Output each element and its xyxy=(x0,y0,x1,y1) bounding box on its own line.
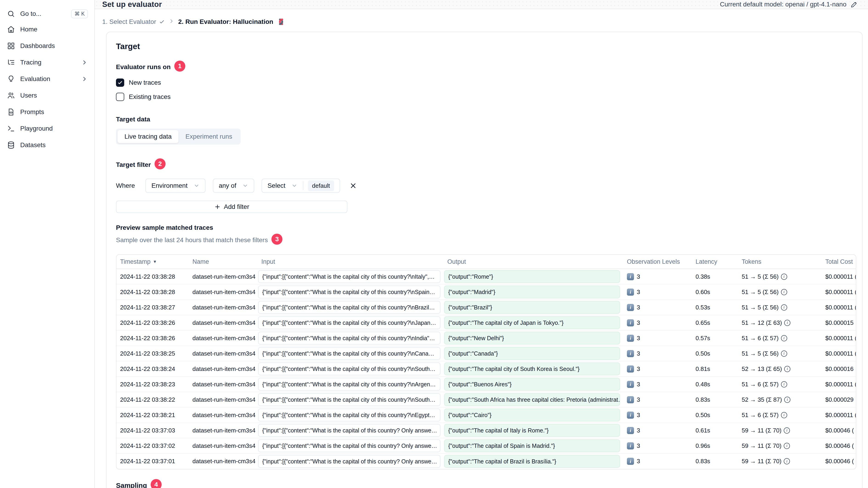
home-icon xyxy=(7,25,15,34)
filter-column-select[interactable]: Environment xyxy=(145,178,205,193)
sidebar-item-dashboards[interactable]: Dashboards xyxy=(4,38,90,54)
token-info-icon[interactable]: i xyxy=(781,304,787,311)
token-info-icon[interactable]: i xyxy=(784,320,790,326)
checkbox-new-traces[interactable]: New traces xyxy=(116,78,856,87)
trace-output-cell[interactable]: {"output":"New Delhi"} xyxy=(444,332,620,345)
token-info-icon[interactable]: i xyxy=(784,427,790,433)
trace-input-cell[interactable]: {"input":[{"content":"What is the capita… xyxy=(258,362,440,375)
trace-input-cell[interactable]: {"input":[{"content":"What is the capita… xyxy=(258,270,440,283)
trace-output-cell[interactable]: {"output":"Rome"} xyxy=(444,270,620,283)
table-row[interactable]: 2024-11-22 03:38:28 dataset-run-item-cm3… xyxy=(117,269,856,284)
trace-input-cell[interactable]: {"input":[{"content":"What is the capita… xyxy=(258,455,440,468)
column-header-name[interactable]: Name xyxy=(189,258,258,265)
token-info-icon[interactable]: i xyxy=(784,397,790,403)
column-header-observation-levels[interactable]: Observation Levels xyxy=(623,258,691,265)
table-row[interactable]: 2024-11-22 03:37:03 dataset-run-item-cm3… xyxy=(117,423,856,438)
sidebar-item-home[interactable]: Home xyxy=(4,21,90,38)
target-data-tabs: Live tracing data Experiment runs xyxy=(116,129,241,144)
checkbox[interactable] xyxy=(116,78,124,87)
trace-input-cell[interactable]: {"input":[{"content":"What is the capita… xyxy=(258,393,440,406)
add-filter-button[interactable]: Add filter xyxy=(116,201,347,213)
token-info-icon[interactable]: i xyxy=(784,443,790,449)
trace-timestamp: 2024-11-22 03:37:02 xyxy=(117,442,189,449)
table-row[interactable]: 2024-11-22 03:38:25 dataset-run-item-cm3… xyxy=(117,346,856,361)
token-info-icon[interactable]: i xyxy=(784,458,790,464)
info-emoji-icon: i xyxy=(627,427,634,434)
trace-cost: $0.000011 ( xyxy=(822,289,856,296)
target-filter-label: Target filter 2 xyxy=(116,159,856,170)
column-header-input[interactable]: Input xyxy=(258,258,444,265)
token-info-icon[interactable]: i xyxy=(784,366,790,372)
sidebar-item-prompts[interactable]: Prompts xyxy=(4,104,90,120)
trace-input-cell[interactable]: {"input":[{"content":"What is the capita… xyxy=(258,316,440,329)
trace-latency: 0.61s xyxy=(691,427,739,434)
trace-input-cell[interactable]: {"input":[{"content":"What is the capita… xyxy=(258,424,440,437)
trace-output-cell[interactable]: {"output":"Canada"} xyxy=(444,347,620,360)
table-row[interactable]: 2024-11-22 03:38:28 dataset-run-item-cm3… xyxy=(117,284,856,300)
token-info-icon[interactable]: i xyxy=(781,412,787,418)
table-row[interactable]: 2024-11-22 03:37:01 dataset-run-item-cm3… xyxy=(117,454,856,469)
filter-value-select[interactable]: Select default xyxy=(261,178,340,193)
sidebar-item-evaluation[interactable]: Evaluation xyxy=(4,71,90,87)
trace-input-cell[interactable]: {"input":[{"content":"What is the capita… xyxy=(258,440,440,452)
trace-output-cell[interactable]: {"output":"Madrid"} xyxy=(444,286,620,298)
trace-output-cell[interactable]: {"output":"The capital city of South Kor… xyxy=(444,362,620,375)
trace-output-cell[interactable]: {"output":"The capital of Italy is Rome.… xyxy=(444,424,620,437)
trace-input-cell[interactable]: {"input":[{"content":"What is the capita… xyxy=(258,378,440,391)
token-info-icon[interactable]: i xyxy=(781,273,787,280)
table-row[interactable]: 2024-11-22 03:37:02 dataset-run-item-cm3… xyxy=(117,438,856,454)
filter-operator-select[interactable]: any of xyxy=(213,178,254,193)
sidebar-nav: Home Dashboards Tracing xyxy=(4,21,90,153)
trace-output-cell[interactable]: {"output":"South Africa has three capita… xyxy=(444,393,620,406)
column-header-timestamp[interactable]: Timestamp ▼ xyxy=(117,258,189,265)
table-row[interactable]: 2024-11-22 03:38:26 dataset-run-item-cm3… xyxy=(117,330,856,346)
table-row[interactable]: 2024-11-22 03:38:23 dataset-run-item-cm3… xyxy=(117,377,856,392)
annotation-badge-4: 4 xyxy=(151,479,162,488)
trace-output-cell[interactable]: {"output":"Brazil"} xyxy=(444,301,620,314)
trace-output-cell[interactable]: {"output":"The capital city of Japan is … xyxy=(444,316,620,329)
trace-input-cell[interactable]: {"input":[{"content":"What is the capita… xyxy=(258,347,440,360)
token-info-icon[interactable]: i xyxy=(781,351,787,357)
sidebar-item-tracing[interactable]: Tracing xyxy=(4,54,90,71)
token-usage: 51 → 5 (Σ 56) xyxy=(742,350,779,357)
token-info-icon[interactable]: i xyxy=(781,381,787,387)
checkbox[interactable] xyxy=(116,93,124,101)
table-row[interactable]: 2024-11-22 03:38:27 dataset-run-item-cm3… xyxy=(117,300,856,315)
trace-latency: 0.57s xyxy=(691,335,739,342)
column-header-latency[interactable]: Latency xyxy=(691,258,739,265)
sidebar-item-users[interactable]: Users xyxy=(4,87,90,104)
table-row[interactable]: 2024-11-22 03:38:24 dataset-run-item-cm3… xyxy=(117,361,856,377)
file-icon xyxy=(7,108,15,116)
users-icon xyxy=(7,91,15,100)
token-info-icon[interactable]: i xyxy=(781,335,787,341)
tab-experiment-runs[interactable]: Experiment runs xyxy=(179,130,239,143)
trace-input-cell[interactable]: {"input":[{"content":"What is the capita… xyxy=(258,332,440,345)
filter-value-chip: default xyxy=(308,181,334,191)
table-row[interactable]: 2024-11-22 03:38:22 dataset-run-item-cm3… xyxy=(117,392,856,408)
trace-input-cell[interactable]: {"input":[{"content":"What is the capita… xyxy=(258,301,440,314)
trace-name: dataset-run-item-cm3s4 xyxy=(189,350,258,357)
trace-input-cell[interactable]: {"input":[{"content":"What is the capita… xyxy=(258,286,440,298)
column-header-output[interactable]: Output xyxy=(444,258,623,265)
trace-output-cell[interactable]: {"output":"Cairo"} xyxy=(444,409,620,421)
token-usage: 51 → 6 (Σ 57) xyxy=(742,381,779,388)
table-row[interactable]: 2024-11-22 03:38:21 dataset-run-item-cm3… xyxy=(117,408,856,423)
column-header-total-cost[interactable]: Total Cost xyxy=(822,258,856,265)
sidebar-item-playground[interactable]: Playground xyxy=(4,120,90,137)
trace-output-cell[interactable]: {"output":"The capital of Spain is Madri… xyxy=(444,440,620,452)
goto-search[interactable]: Go to... ⌘ K xyxy=(4,6,90,21)
table-row[interactable]: 2024-11-22 03:38:26 dataset-run-item-cm3… xyxy=(117,315,856,330)
database-icon xyxy=(7,141,15,149)
checkbox-existing-traces[interactable]: Existing traces xyxy=(116,93,856,101)
sidebar-item-datasets[interactable]: Datasets xyxy=(4,137,90,153)
column-header-tokens[interactable]: Tokens xyxy=(739,258,822,265)
trace-output-cell[interactable]: {"output":"Buenos Aires"} xyxy=(444,378,620,391)
remove-filter-button[interactable] xyxy=(349,182,357,190)
trace-input-cell[interactable]: {"input":[{"content":"What is the capita… xyxy=(258,409,440,421)
edit-pencil-icon[interactable] xyxy=(850,1,858,8)
step-select-evaluator[interactable]: 1. Select Evaluator xyxy=(102,18,165,26)
token-info-icon[interactable]: i xyxy=(781,289,787,295)
trace-output-cell[interactable]: {"output":"The capital of Brazil is Bras… xyxy=(444,455,620,468)
plus-icon xyxy=(214,204,221,210)
tab-live-tracing-data[interactable]: Live tracing data xyxy=(118,130,179,143)
